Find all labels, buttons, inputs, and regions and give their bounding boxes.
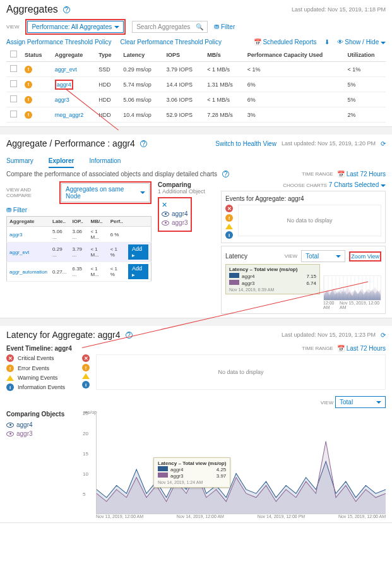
- compare-table: Aggregate Late.. IOP.. MB/.. Perf.. aggr…: [6, 216, 151, 282]
- charts-column: CHOOSE CHARTS 7 Charts Selected Events f…: [221, 181, 386, 314]
- table-row[interactable]: aggr_evt0.29 ...3.79 ...< 1 M...< 1 %Add…: [7, 243, 151, 262]
- view-compare-column: VIEW AND COMPARE Aggregates on same Node…: [6, 181, 151, 282]
- time-range-dropdown[interactable]: 📅 Last 72 Hours: [337, 345, 386, 352]
- highlight-row-link: aggr4: [55, 80, 73, 90]
- filter-icon: ⛃: [214, 23, 219, 30]
- col-pcu[interactable]: Performance Capacity Used: [244, 48, 344, 62]
- critical-icon: ✕: [225, 205, 233, 212]
- col-type[interactable]: Type: [95, 48, 119, 62]
- error-icon: !: [25, 111, 32, 119]
- select-all-checkbox[interactable]: [10, 51, 17, 57]
- comparing-sub: 1 Additional Object: [158, 188, 215, 195]
- view-dropdown-label: Performance: All Aggregates: [32, 23, 112, 30]
- timeline-no-data: No data to display: [218, 369, 263, 375]
- eye-icon[interactable]: [162, 220, 169, 226]
- info-icon: i: [225, 231, 233, 239]
- error-icon: !: [225, 214, 233, 222]
- table-row[interactable]: ! aggr3HDD5.06 ms/op3.06 IOPS< 1 MB/s6%5…: [6, 92, 386, 107]
- table-row[interactable]: ! aggr4HDD5.74 ms/op14.4 IOPS1.31 MB/s6%…: [6, 77, 386, 92]
- tab-explorer[interactable]: Explorer: [49, 155, 74, 168]
- table-row[interactable]: ! meg_aggr2HDD10.4 ms/op52.9 IOPS7.28 MB…: [6, 107, 386, 123]
- chart-view-label: VIEW: [321, 400, 333, 406]
- tab-summary[interactable]: Summary: [6, 155, 33, 168]
- row-checkbox[interactable]: [10, 80, 17, 87]
- filter-link[interactable]: ⛃ Filter: [214, 23, 235, 30]
- time-range-dropdown[interactable]: 📅 Last 72 Hours: [337, 171, 386, 178]
- latency-chart-card: Latency VIEW Total Zoom View Latency – T…: [221, 246, 386, 314]
- assign-policy-link[interactable]: Assign Performance Threshold Policy: [6, 39, 112, 45]
- aggregate-link[interactable]: aggr_evt: [55, 66, 77, 73]
- latency-legend-box: Latency – Total view (ms/op) aggr47.15ag…: [225, 264, 320, 294]
- close-icon[interactable]: ✕: [162, 201, 188, 209]
- switch-health-link[interactable]: Switch to Health View: [215, 140, 276, 147]
- time-range-label: TIME RANGE: [302, 171, 333, 177]
- perf-last-updated: Last updated: Nov 15, 2019, 1:20 PM: [282, 140, 376, 147]
- show-hide-dropdown[interactable]: 👁 Show / Hide: [337, 39, 386, 45]
- aggregate-link[interactable]: aggr3: [55, 97, 69, 103]
- clear-policy-link[interactable]: Clear Performance Threshold Policy: [121, 39, 222, 45]
- latency-chart: 25 20 15 10 5 Latency – Total view (ms/o…: [96, 413, 386, 514]
- col-mbs[interactable]: MB/s: [203, 48, 243, 62]
- tab-information[interactable]: Information: [89, 155, 121, 168]
- error-icon: !: [25, 96, 32, 104]
- refresh-icon[interactable]: ⟳: [381, 332, 386, 339]
- help-icon[interactable]: ?: [63, 6, 70, 13]
- add-button[interactable]: Add ▸: [128, 264, 148, 279]
- search-placeholder: Search Aggregates: [136, 23, 190, 30]
- critical-icon: ✕: [82, 354, 90, 362]
- comparing-item[interactable]: aggr4: [6, 421, 76, 428]
- warning-icon: [225, 224, 233, 229]
- events-title: Events for Aggregate: aggr4: [225, 195, 381, 202]
- comparing-objects: Comparing Objects aggr4 aggr3: [6, 411, 76, 519]
- comparing-item[interactable]: aggr4: [162, 210, 188, 217]
- help-icon[interactable]: ?: [222, 171, 229, 178]
- choose-charts-dropdown[interactable]: 7 Charts Selected: [329, 181, 386, 188]
- chevron-down-icon: [376, 401, 381, 404]
- aggregate-link[interactable]: aggr4: [57, 81, 71, 88]
- refresh-icon[interactable]: ⟳: [381, 140, 386, 147]
- error-icon: !: [25, 81, 32, 88]
- row-checkbox[interactable]: [10, 111, 17, 117]
- comparing-item[interactable]: aggr3: [6, 430, 76, 437]
- view-compare-dropdown[interactable]: Aggregates on same Node: [61, 183, 150, 202]
- chart-view-dropdown[interactable]: Total: [335, 396, 386, 408]
- view-dropdown[interactable]: Performance: All Aggregates: [27, 21, 124, 33]
- chevron-down-icon: [140, 191, 145, 194]
- zoom-view-link[interactable]: Zoom View: [351, 253, 379, 260]
- events-no-data: No data to display: [287, 217, 332, 224]
- help-icon[interactable]: ?: [140, 140, 147, 147]
- eye-icon[interactable]: [6, 423, 14, 428]
- search-input[interactable]: Search Aggregates 🔍: [132, 21, 208, 33]
- aggregates-table: Status Aggregate Type Latency IOPS MB/s …: [6, 48, 386, 123]
- chevron-down-icon: [381, 184, 386, 187]
- latency-panel: Latency for Aggregate: aggr4 ? Last upda…: [0, 326, 392, 523]
- latency-title: Latency for Aggregate: aggr4: [6, 330, 121, 340]
- col-iops[interactable]: IOPS: [163, 48, 204, 62]
- row-checkbox[interactable]: [10, 95, 17, 102]
- latency-view-dropdown[interactable]: Total: [301, 250, 345, 262]
- eye-icon[interactable]: [162, 212, 169, 217]
- col-util[interactable]: Utilization: [344, 48, 386, 62]
- error-icon: !: [6, 364, 14, 372]
- filter-link[interactable]: ⛃ Filter: [6, 207, 151, 214]
- col-aggregate[interactable]: Aggregate: [51, 48, 95, 62]
- table-row[interactable]: ! aggr_evtSSD0.29 ms/op3.79 IOPS< 1 MB/s…: [6, 62, 386, 77]
- time-range-label: TIME RANGE: [302, 346, 333, 351]
- col-status[interactable]: Status: [21, 48, 51, 62]
- eye-icon[interactable]: [6, 431, 14, 437]
- scheduled-reports-link[interactable]: 📅 Scheduled Reports: [254, 39, 317, 45]
- event-legend: ✕ Critical Events ! Error Events Warning…: [6, 354, 76, 391]
- add-button[interactable]: Add ▸: [128, 244, 148, 260]
- download-icon[interactable]: ⬇: [324, 39, 330, 45]
- timeline-title: Event Timeline: aggr4: [6, 345, 72, 352]
- choose-charts-label: CHOOSE CHARTS: [283, 183, 327, 188]
- aggregate-link[interactable]: meg_aggr2: [55, 112, 84, 118]
- highlight-zoom-view: Zoom View: [349, 251, 381, 262]
- comparing-item[interactable]: aggr3: [162, 219, 188, 226]
- latency-view-label: VIEW: [285, 253, 297, 259]
- table-row[interactable]: aggr35.06 ...3.06 ...< 1 M...6 %: [7, 227, 151, 243]
- col-latency[interactable]: Latency: [119, 48, 162, 62]
- row-checkbox[interactable]: [10, 65, 17, 72]
- warning-icon: [82, 373, 90, 379]
- table-row[interactable]: aggr_automation0.27...6.35 ...< 1 M...< …: [7, 262, 151, 282]
